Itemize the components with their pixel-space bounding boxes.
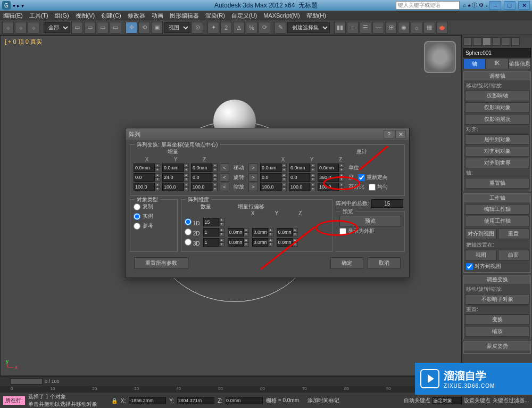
scale-inc-z[interactable]: ▲▼ [191, 183, 218, 191]
infocenter-icons[interactable]: ⌕ ★ ⓘ ⚙ ▾ [463, 2, 488, 9]
offset-2d-y[interactable]: ▲▼ [252, 228, 273, 236]
align-icon[interactable]: ≡ [347, 22, 359, 34]
reset-pivot-button[interactable]: 重置轴 [465, 178, 529, 189]
radio-copy[interactable]: 复制 [134, 203, 174, 210]
menu-maxscript[interactable]: MAXScript(M) [263, 12, 300, 19]
select-region-icon[interactable]: ▭ [97, 22, 109, 34]
uniform-checkbox[interactable]: 均匀 [369, 183, 388, 191]
window-crossing-icon[interactable]: ▭ [110, 22, 121, 34]
offset-3d-x[interactable]: ▲▼ [228, 238, 249, 247]
selection-filter[interactable]: 全部 [44, 22, 70, 33]
scale-icon[interactable]: ▣ [151, 22, 163, 34]
ok-button[interactable]: 确定 [330, 257, 363, 269]
scale-inc-x[interactable]: ▲▼ [134, 183, 160, 191]
edit-working-pivot-button[interactable]: 编辑工作轴 [465, 204, 529, 215]
hierarchy-tab-icon[interactable] [483, 37, 491, 46]
place-view-button[interactable]: 视图 [465, 250, 497, 260]
lock-icon[interactable]: 🔒 [111, 398, 118, 404]
material-editor-icon[interactable]: ◉ [398, 22, 410, 34]
pivot-icon[interactable]: ⊙ [192, 22, 203, 34]
rot-right-button[interactable]: > [248, 173, 258, 182]
affect-hierarchy-button[interactable]: 仅影响层次 [465, 114, 529, 125]
setkey-button[interactable]: 设置关键点 [464, 397, 491, 404]
rot-tot-x[interactable]: ▲▼ [260, 173, 287, 182]
coord-z-field[interactable] [226, 397, 263, 404]
autokey-button[interactable]: 自动关键点 [404, 397, 430, 404]
snap-percent-icon[interactable]: % [246, 22, 257, 34]
reset-wp-button[interactable]: 重置 [498, 229, 530, 239]
create-tab-icon[interactable] [463, 37, 472, 46]
keyfilter-button[interactable]: 关键点过滤器... [493, 397, 529, 404]
menu-animation[interactable]: 动画 [152, 12, 163, 20]
use-working-pivot-button[interactable]: 使用工作轴 [465, 216, 529, 226]
bind-icon[interactable]: ⟐ [28, 22, 39, 34]
snap-angle-icon[interactable]: ∆ [233, 22, 245, 34]
select-icon[interactable]: ▭ [71, 22, 83, 34]
script-listener-tab[interactable]: 所在行: [3, 396, 25, 405]
move-right-button[interactable]: > [248, 164, 258, 172]
move-tot-z[interactable]: ▲▼ [318, 164, 344, 172]
center-to-object-button[interactable]: 居中到对象 [465, 134, 529, 145]
motion-tab-icon[interactable] [492, 37, 501, 46]
menu-group[interactable]: 组(G) [55, 12, 69, 20]
align-to-world-button[interactable]: 对齐到世界 [465, 158, 529, 168]
menu-help[interactable]: 帮助(H) [306, 12, 326, 20]
reset-all-button[interactable]: 重置所有参数 [134, 257, 188, 269]
offset-2d-x[interactable]: ▲▼ [228, 228, 249, 236]
menu-grapheditors[interactable]: 图形编辑器 [170, 12, 199, 20]
count-2d[interactable]: ▲▼ [203, 228, 225, 236]
menu-modifiers[interactable]: 修改器 [128, 12, 145, 20]
ref-coord-system[interactable]: 视图 [164, 22, 190, 33]
align-to-view-button[interactable]: 对齐到视图 [465, 229, 497, 239]
scale-tot-y[interactable]: ▲▼ [289, 183, 315, 191]
snap-2d-icon[interactable]: 2 [220, 22, 232, 34]
menu-tools[interactable]: 工具(T) [29, 12, 48, 20]
named-sel-icon[interactable]: ✎ [275, 22, 286, 34]
count-1d[interactable]: ▲▼ [203, 218, 225, 226]
count-3d[interactable]: ▲▼ [203, 238, 225, 247]
rot-inc-y[interactable]: ▲▼ [162, 173, 189, 182]
key-selset-field[interactable] [433, 397, 462, 404]
manip-icon[interactable]: ✦ [207, 22, 219, 34]
move-left-button[interactable]: < [220, 164, 229, 172]
rot-inc-x[interactable]: ▲▼ [134, 173, 160, 182]
scale-right-button[interactable]: > [248, 183, 258, 191]
object-name-field[interactable] [463, 48, 531, 58]
menu-customize[interactable]: 自定义(U) [231, 12, 257, 20]
render-icon[interactable]: 🫖 [436, 22, 448, 34]
scale-inc-y[interactable]: ▲▼ [162, 183, 189, 191]
rot-left-button[interactable]: < [220, 173, 229, 182]
dialog-help-button[interactable]: ? [384, 130, 394, 138]
viewcube[interactable] [424, 41, 456, 73]
dont-affect-children-button[interactable]: 不影响子对象 [465, 294, 529, 305]
modify-tab-icon[interactable] [473, 37, 481, 46]
rotate-icon[interactable]: ⟲ [138, 22, 150, 34]
reorient-checkbox[interactable]: 重新定向 [358, 174, 388, 181]
rot-tot-y[interactable]: ▲▼ [289, 173, 315, 182]
layers-icon[interactable]: ☰ [360, 22, 371, 34]
move-inc-y[interactable]: ▲▼ [162, 164, 189, 172]
reset-scale-button[interactable]: 缩放 [465, 326, 529, 337]
rot-inc-z[interactable]: ▲▼ [191, 173, 218, 182]
move-tot-y[interactable]: ▲▼ [289, 164, 315, 172]
scale-left-button[interactable]: < [220, 183, 229, 191]
time-slider-handle[interactable] [11, 378, 43, 385]
offset-3d-y[interactable]: ▲▼ [252, 238, 273, 247]
link-icon[interactable]: ⟐ [2, 22, 14, 34]
cancel-button[interactable]: 取消 [368, 257, 401, 269]
place-surface-button[interactable]: 曲面 [498, 250, 530, 260]
move-inc-x[interactable]: ▲▼ [134, 164, 160, 172]
rot-tot-z[interactable]: ▲▼ [318, 173, 344, 182]
align-to-object-button[interactable]: 对齐到对象 [465, 146, 529, 157]
affect-object-button[interactable]: 仅影响对象 [465, 102, 529, 113]
curve-editor-icon[interactable]: 〰 [372, 22, 384, 34]
radio-3d[interactable]: 3D [185, 239, 200, 247]
scale-tot-x[interactable]: ▲▼ [260, 183, 287, 191]
move-tot-x[interactable]: ▲▼ [260, 164, 287, 172]
display-tab-icon[interactable] [502, 37, 510, 46]
schematic-icon[interactable]: ⊞ [385, 22, 397, 34]
affect-pivot-button[interactable]: 仅影响轴 [465, 91, 529, 101]
move-icon[interactable]: ✥ [126, 22, 137, 34]
radio-2d[interactable]: 2D [185, 229, 200, 236]
named-selection-sets[interactable]: 创建选择集 [287, 22, 330, 33]
